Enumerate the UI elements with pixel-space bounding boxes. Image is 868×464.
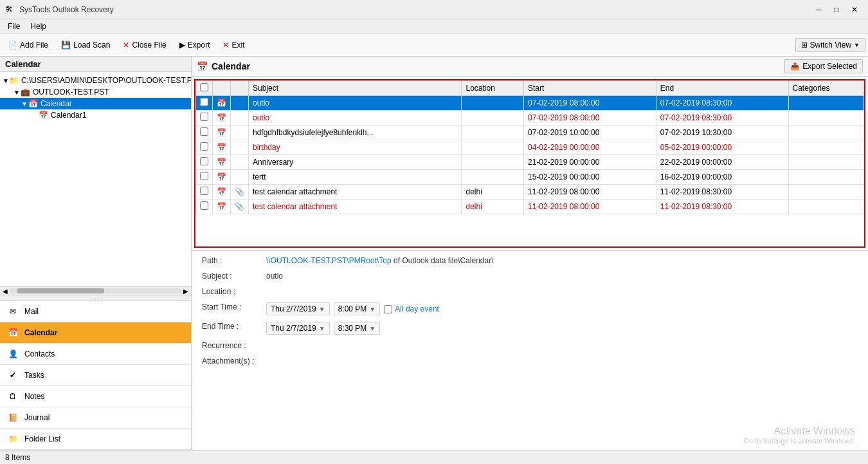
row-checkbox[interactable] bbox=[200, 113, 208, 121]
col-start[interactable]: Start bbox=[524, 81, 656, 96]
menu-file[interactable]: File bbox=[3, 21, 25, 32]
tree-item-calendar1[interactable]: 📅 Calendar1 bbox=[0, 109, 191, 121]
sidebar-tree: ▼ 📁 C:\USERS\ADMIN\DESKTOP\OUTLOOK-TEST.… bbox=[0, 72, 191, 286]
table-row[interactable]: 📅birthday04-02-2019 00:00:0005-02-2019 0… bbox=[196, 140, 864, 155]
start-date-dropdown[interactable]: Thu 2/7/2019 ▼ bbox=[266, 302, 330, 315]
nav-calendar[interactable]: 📅 Calendar bbox=[0, 322, 191, 344]
row-location bbox=[462, 140, 524, 155]
table-row[interactable]: 📅Anniversary21-02-2019 00:00:0022-02-201… bbox=[196, 155, 864, 170]
row-categories bbox=[788, 96, 864, 111]
main-layout: Calendar ▼ 📁 C:\USERS\ADMIN\DESKTOP\OUTL… bbox=[0, 57, 868, 450]
location-label: Location : bbox=[202, 287, 266, 296]
minimize-button[interactable]: ─ bbox=[810, 3, 827, 16]
row-start: 04-02-2019 00:00:00 bbox=[524, 140, 656, 155]
row-start: 07-02-2019 10:00:00 bbox=[524, 125, 656, 140]
table-row[interactable]: 📅📎test calendar attachmentdelhi11-02-201… bbox=[196, 185, 864, 200]
table-row[interactable]: 📅outlo07-02-2019 08:00:0007-02-2019 08:3… bbox=[196, 96, 864, 111]
exit-button[interactable]: ✕ Exit bbox=[217, 39, 249, 51]
nav-notes[interactable]: 🗒 Notes bbox=[0, 386, 191, 407]
add-file-button[interactable]: 📄 Add File bbox=[3, 39, 53, 51]
row-categories bbox=[788, 155, 864, 170]
table-header-bar: 📅 Calendar 📤 Export Selected bbox=[192, 57, 868, 77]
start-time-dropdown[interactable]: 8:00 PM ▼ bbox=[334, 302, 381, 315]
scroll-right-arrow[interactable]: ▶ bbox=[183, 288, 188, 295]
path-link[interactable]: \\OUTLOOK-TEST.PST\PMRoot\Top bbox=[266, 256, 392, 265]
nav-contacts[interactable]: 👤 Contacts bbox=[0, 344, 191, 365]
window-controls: ─ □ ✕ bbox=[810, 3, 863, 16]
row-icon: 📅 bbox=[213, 200, 231, 214]
row-location bbox=[462, 170, 524, 185]
col-end[interactable]: End bbox=[656, 81, 788, 96]
table-row[interactable]: 📅tertt15-02-2019 00:00:0016-02-2019 00:0… bbox=[196, 170, 864, 185]
row-checkbox[interactable] bbox=[200, 187, 208, 195]
col-categories[interactable]: Categories bbox=[788, 81, 864, 96]
row-icon: 📅 bbox=[213, 111, 231, 125]
row-end: 07-02-2019 08:30:00 bbox=[656, 111, 788, 125]
exit-icon: ✕ bbox=[222, 41, 229, 50]
row-checkbox[interactable] bbox=[200, 142, 208, 151]
tree-item-calendar[interactable]: ▼ 📅 Calendar bbox=[0, 98, 191, 109]
scroll-left-arrow[interactable]: ◀ bbox=[3, 288, 8, 295]
menu-help[interactable]: Help bbox=[25, 21, 51, 32]
end-date-dropdown[interactable]: Thu 2/7/2019 ▼ bbox=[266, 322, 330, 335]
table-row[interactable]: 📅outlo07-02-2019 08:00:0007-02-2019 08:3… bbox=[196, 111, 864, 125]
row-checkbox[interactable] bbox=[200, 98, 208, 106]
nav-mail[interactable]: ✉ Mail bbox=[0, 301, 191, 322]
tree-expander-pst[interactable]: ▼ bbox=[13, 89, 21, 96]
row-checkbox[interactable] bbox=[200, 127, 208, 136]
row-start: 07-02-2019 08:00:00 bbox=[524, 96, 656, 111]
select-all-checkbox[interactable] bbox=[200, 83, 208, 91]
row-end: 07-02-2019 08:30:00 bbox=[656, 96, 788, 111]
row-location: delhi bbox=[462, 185, 524, 200]
row-attach bbox=[231, 125, 249, 140]
row-categories bbox=[788, 185, 864, 200]
row-checkbox[interactable] bbox=[200, 157, 208, 165]
nav-tasks[interactable]: ✔ Tasks bbox=[0, 365, 191, 386]
row-icon: 📅 bbox=[213, 140, 231, 155]
load-scan-icon: 💾 bbox=[61, 41, 71, 50]
all-day-checkbox-area[interactable]: All day event bbox=[384, 304, 439, 313]
row-checkbox[interactable] bbox=[200, 172, 208, 180]
tree-expander-calendar[interactable]: ▼ bbox=[21, 100, 28, 107]
nav-folder-list[interactable]: 📁 Folder List bbox=[0, 429, 191, 450]
load-scan-button[interactable]: 💾 Load Scan bbox=[56, 39, 115, 51]
content-area: 📅 Calendar 📤 Export Selected Subject bbox=[192, 57, 868, 450]
maximize-button[interactable]: □ bbox=[828, 3, 845, 16]
all-day-checkbox[interactable] bbox=[384, 305, 392, 313]
export-button[interactable]: ▶ Export bbox=[174, 39, 215, 51]
tree-expander-root[interactable]: ▼ bbox=[3, 77, 9, 84]
detail-panel: Path : \\OUTLOOK-TEST.PST\PMRoot\Top of … bbox=[192, 250, 868, 450]
resize-handle[interactable]: · · · · · bbox=[0, 295, 191, 301]
table-title: Calendar bbox=[212, 61, 781, 71]
row-icon: 📅 bbox=[213, 185, 231, 200]
row-subject: test calendar attachment bbox=[249, 200, 462, 214]
tree-label-root: C:\USERS\ADMIN\DESKTOP\OUTLOOK-TEST.PS bbox=[21, 76, 191, 85]
table-body: 📅outlo07-02-2019 08:00:0007-02-2019 08:3… bbox=[196, 96, 864, 214]
scrollbar-thumb[interactable] bbox=[17, 288, 104, 293]
row-end: 11-02-2019 08:30:00 bbox=[656, 185, 788, 200]
nav-journal[interactable]: 📔 Journal bbox=[0, 407, 191, 429]
mail-icon: ✉ bbox=[6, 305, 19, 318]
row-attach bbox=[231, 111, 249, 125]
close-file-button[interactable]: ✕ Close File bbox=[118, 39, 171, 51]
table-row[interactable]: 📅📎test calendar attachmentdelhi11-02-201… bbox=[196, 200, 864, 214]
tree-item-root[interactable]: ▼ 📁 C:\USERS\ADMIN\DESKTOP\OUTLOOK-TEST.… bbox=[0, 75, 191, 86]
export-selected-button[interactable]: 📤 Export Selected bbox=[784, 59, 863, 73]
detail-attachments-row: Attachment(s) : bbox=[202, 357, 858, 366]
row-checkbox[interactable] bbox=[200, 201, 208, 210]
titlebar: 🛠 SysTools Outlook Recovery ─ □ ✕ bbox=[0, 0, 868, 19]
close-button[interactable]: ✕ bbox=[846, 3, 863, 16]
start-date-arrow: ▼ bbox=[319, 306, 325, 313]
table-header: Subject Location Start End Categories bbox=[196, 81, 864, 96]
folder-icon: 📁 bbox=[9, 76, 19, 85]
switch-view-button[interactable]: ⊞ Switch View ▼ bbox=[795, 38, 865, 52]
col-location[interactable]: Location bbox=[462, 81, 524, 96]
table-row[interactable]: 📅hdfgdhfbdkydsiufelejfye8uhfenklh...07-0… bbox=[196, 125, 864, 140]
row-location bbox=[462, 125, 524, 140]
tree-item-pst[interactable]: ▼ 💼 OUTLOOK-TEST.PST bbox=[0, 86, 191, 98]
app-icon: 🛠 bbox=[5, 5, 15, 15]
col-subject[interactable]: Subject bbox=[249, 81, 462, 96]
row-icon: 📅 bbox=[213, 170, 231, 185]
sidebar-scrollbar-area[interactable]: ◀ ▶ bbox=[0, 286, 191, 295]
end-time-dropdown[interactable]: 8:30 PM ▼ bbox=[334, 322, 381, 335]
